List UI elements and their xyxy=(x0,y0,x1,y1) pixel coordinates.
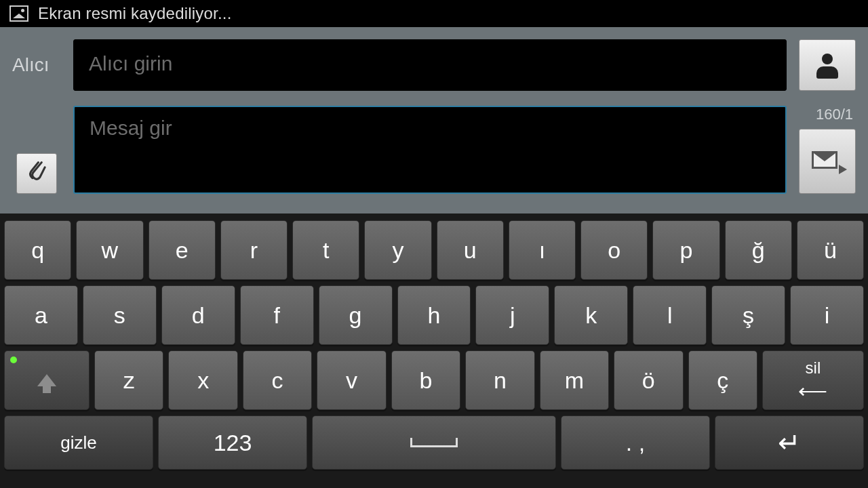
recipient-input[interactable]: Alıcı girin xyxy=(73,39,787,91)
keyboard-row-2: a s d f g h j k l ş i xyxy=(4,285,864,345)
hide-label: gizle xyxy=(60,432,96,453)
key-t[interactable]: t xyxy=(292,220,359,280)
shift-arrow-icon xyxy=(37,374,56,386)
send-button[interactable] xyxy=(799,129,856,194)
key-a[interactable]: a xyxy=(4,285,78,345)
key-g[interactable]: g xyxy=(319,285,393,345)
space-icon xyxy=(410,438,458,447)
key-o-umlaut[interactable]: ö xyxy=(614,350,683,410)
key-v[interactable]: v xyxy=(317,350,386,410)
key-z[interactable]: z xyxy=(94,350,163,410)
key-hide-keyboard[interactable]: gizle xyxy=(4,415,153,470)
attach-button[interactable] xyxy=(16,153,57,194)
key-s-cedilla[interactable]: ş xyxy=(711,285,785,345)
status-text: Ekran resmi kaydediliyor... xyxy=(38,4,232,23)
shift-indicator-icon xyxy=(10,357,17,363)
key-l[interactable]: l xyxy=(633,285,707,345)
key-c-cedilla[interactable]: ç xyxy=(688,350,757,410)
char-counter: 160/1 xyxy=(799,106,856,123)
key-dotless-i[interactable]: ı xyxy=(509,220,576,280)
key-n[interactable]: n xyxy=(465,350,534,410)
key-w[interactable]: w xyxy=(76,220,143,280)
contacts-button[interactable] xyxy=(799,39,856,91)
keyboard-row-3: z x c v b n m ö ç sil ⟵ xyxy=(4,350,864,410)
message-input[interactable]: Mesaj gir xyxy=(73,106,787,194)
key-k[interactable]: k xyxy=(554,285,628,345)
message-row: Mesaj gir 160/1 xyxy=(12,106,856,194)
key-x[interactable]: x xyxy=(168,350,237,410)
key-e[interactable]: e xyxy=(149,220,216,280)
key-u-umlaut[interactable]: ü xyxy=(797,220,864,280)
contact-icon xyxy=(814,52,841,79)
numeric-label: 123 xyxy=(214,430,252,456)
key-b[interactable]: b xyxy=(391,350,460,410)
key-q[interactable]: q xyxy=(4,220,71,280)
key-r[interactable]: r xyxy=(220,220,288,280)
keyboard-row-1: q w e r t y u ı o p ğ ü xyxy=(4,220,864,280)
keyboard-row-4: gizle 123 . , ↵ xyxy=(4,415,864,470)
recipient-label: Alıcı xyxy=(12,39,61,91)
key-p[interactable]: p xyxy=(652,220,719,280)
key-c[interactable]: c xyxy=(243,350,312,410)
key-delete[interactable]: sil ⟵ xyxy=(762,350,864,410)
enter-icon: ↵ xyxy=(778,427,801,458)
key-o[interactable]: o xyxy=(580,220,648,280)
key-s[interactable]: s xyxy=(83,285,157,345)
key-y[interactable]: y xyxy=(364,220,431,280)
key-space[interactable] xyxy=(312,415,556,470)
key-numeric[interactable]: 123 xyxy=(158,415,307,470)
send-icon xyxy=(812,151,843,171)
keyboard: q w e r t y u ı o p ğ ü a s d f g h j k … xyxy=(0,214,868,488)
key-h[interactable]: h xyxy=(397,285,471,345)
key-j[interactable]: j xyxy=(475,285,549,345)
image-icon xyxy=(9,5,28,22)
key-g-breve[interactable]: ğ xyxy=(725,220,792,280)
backspace-icon: ⟵ xyxy=(798,379,827,403)
compose-area: Alıcı Alıcı girin Mesaj gir 160/1 xyxy=(0,27,868,214)
status-bar: Ekran resmi kaydediliyor... xyxy=(0,0,868,27)
key-d[interactable]: d xyxy=(161,285,235,345)
key-u[interactable]: u xyxy=(437,220,504,280)
key-enter[interactable]: ↵ xyxy=(715,415,864,470)
key-m[interactable]: m xyxy=(540,350,609,410)
key-punctuation[interactable]: . , xyxy=(561,415,710,470)
key-f[interactable]: f xyxy=(240,285,314,345)
paperclip-icon xyxy=(26,160,47,188)
key-shift[interactable] xyxy=(4,350,90,410)
delete-label: sil xyxy=(806,359,821,378)
key-i[interactable]: i xyxy=(790,285,864,345)
recipient-row: Alıcı Alıcı girin xyxy=(12,39,856,91)
send-column: 160/1 xyxy=(799,106,856,194)
attach-column xyxy=(12,106,61,194)
punct-label: . , xyxy=(626,430,645,456)
